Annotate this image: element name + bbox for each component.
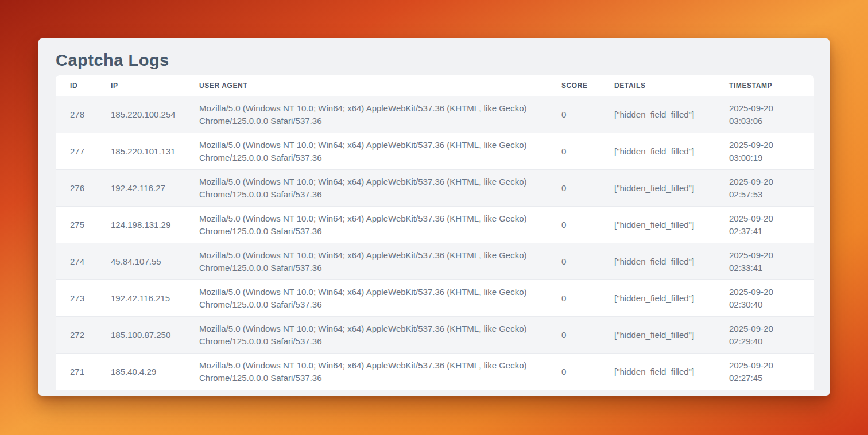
cell-id: 277 <box>56 133 96 170</box>
cell-id: 271 <box>56 354 96 390</box>
cell-details: ["hidden_field_filled"] <box>600 317 715 354</box>
cell-details: ["hidden_field_filled"] <box>600 354 715 390</box>
cell-score: 0 <box>547 354 600 390</box>
cell-score: 0 <box>547 96 600 133</box>
cell-details: ["hidden_field_filled"] <box>600 280 715 317</box>
cell-id: 278 <box>56 96 96 133</box>
header-row: ID IP USER AGENT SCORE DETAILS TIMESTAMP <box>56 75 814 96</box>
cell-user-agent: Mozilla/5.0 (Windows NT 10.0; Win64; x64… <box>185 317 547 354</box>
cell-timestamp: 2025-09-20 02:30:40 <box>715 280 814 317</box>
column-header-timestamp: TIMESTAMP <box>715 75 814 96</box>
cell-details: ["hidden_field_filled"] <box>600 243 715 280</box>
cell-ip: 185.100.87.250 <box>96 317 185 354</box>
cell-id: 272 <box>56 317 96 354</box>
cell-timestamp: 2025-09-20 02:27:45 <box>715 354 814 390</box>
cell-score: 0 <box>547 280 600 317</box>
cell-ip: 45.84.107.55 <box>96 243 185 280</box>
cell-user-agent: Mozilla/5.0 (Windows NT 10.0; Win64; x64… <box>185 170 547 207</box>
cell-ip: 192.42.116.215 <box>96 280 185 317</box>
cell-id: 273 <box>56 280 96 317</box>
cell-ip: 185.220.101.131 <box>96 133 185 170</box>
cell-user-agent: Mozilla/5.0 (Windows NT 10.0; Win64; x64… <box>185 243 547 280</box>
cell-score: 0 <box>547 243 600 280</box>
cell-details: ["hidden_field_filled"] <box>600 170 715 207</box>
cell-timestamp: 2025-09-20 03:03:06 <box>715 96 814 133</box>
cell-id: 274 <box>56 243 96 280</box>
column-header-id: ID <box>56 75 96 96</box>
cell-score: 0 <box>547 317 600 354</box>
cell-user-agent: Mozilla/5.0 (Windows NT 10.0; Win64; x64… <box>185 133 547 170</box>
cell-details: ["hidden_field_filled"] <box>600 96 715 133</box>
cell-id: 275 <box>56 207 96 243</box>
table-row: 273 192.42.116.215 Mozilla/5.0 (Windows … <box>56 280 814 317</box>
table-row: 274 45.84.107.55 Mozilla/5.0 (Windows NT… <box>56 243 814 280</box>
cell-timestamp: 2025-09-20 03:00:19 <box>715 133 814 170</box>
cell-details: ["hidden_field_filled"] <box>600 133 715 170</box>
logs-table-header: ID IP USER AGENT SCORE DETAILS TIMESTAMP <box>56 75 814 96</box>
table-row: 272 185.100.87.250 Mozilla/5.0 (Windows … <box>56 317 814 354</box>
cell-user-agent: Mozilla/5.0 (Windows NT 10.0; Win64; x64… <box>185 207 547 243</box>
page-title: Captcha Logs <box>56 38 812 75</box>
cell-timestamp: 2025-09-20 02:37:41 <box>715 207 814 243</box>
column-header-score: SCORE <box>547 75 600 96</box>
cell-score: 0 <box>547 207 600 243</box>
table-row: 277 185.220.101.131 Mozilla/5.0 (Windows… <box>56 133 814 170</box>
cell-user-agent: Mozilla/5.0 (Windows NT 10.0; Win64; x64… <box>185 96 547 133</box>
cell-timestamp: 2025-09-20 02:33:41 <box>715 243 814 280</box>
cell-ip: 192.42.116.27 <box>96 170 185 207</box>
cell-details: ["hidden_field_filled"] <box>600 207 715 243</box>
column-header-details: DETAILS <box>600 75 715 96</box>
cell-ip: 185.40.4.29 <box>96 354 185 390</box>
table-row: 275 124.198.131.29 Mozilla/5.0 (Windows … <box>56 207 814 243</box>
log-table-body: 278 185.220.100.254 Mozilla/5.0 (Windows… <box>56 96 814 390</box>
logs-table: ID IP USER AGENT SCORE DETAILS TIMESTAMP… <box>56 75 814 390</box>
logs-table-container: ID IP USER AGENT SCORE DETAILS TIMESTAMP… <box>56 75 814 390</box>
table-row: 276 192.42.116.27 Mozilla/5.0 (Windows N… <box>56 170 814 207</box>
table-row: 278 185.220.100.254 Mozilla/5.0 (Windows… <box>56 96 814 133</box>
cell-timestamp: 2025-09-20 02:57:53 <box>715 170 814 207</box>
cell-user-agent: Mozilla/5.0 (Windows NT 10.0; Win64; x64… <box>185 280 547 317</box>
column-header-user-agent: USER AGENT <box>185 75 547 96</box>
cell-score: 0 <box>547 133 600 170</box>
column-header-ip: IP <box>96 75 185 96</box>
cell-id: 276 <box>56 170 96 207</box>
cell-ip: 124.198.131.29 <box>96 207 185 243</box>
cell-ip: 185.220.100.254 <box>96 96 185 133</box>
cell-timestamp: 2025-09-20 02:29:40 <box>715 317 814 354</box>
cell-score: 0 <box>547 170 600 207</box>
table-row: 271 185.40.4.29 Mozilla/5.0 (Windows NT … <box>56 354 814 390</box>
cell-user-agent: Mozilla/5.0 (Windows NT 10.0; Win64; x64… <box>185 354 547 390</box>
captcha-logs-card: Captcha Logs ID IP USER AGENT SCORE DETA… <box>38 38 830 396</box>
